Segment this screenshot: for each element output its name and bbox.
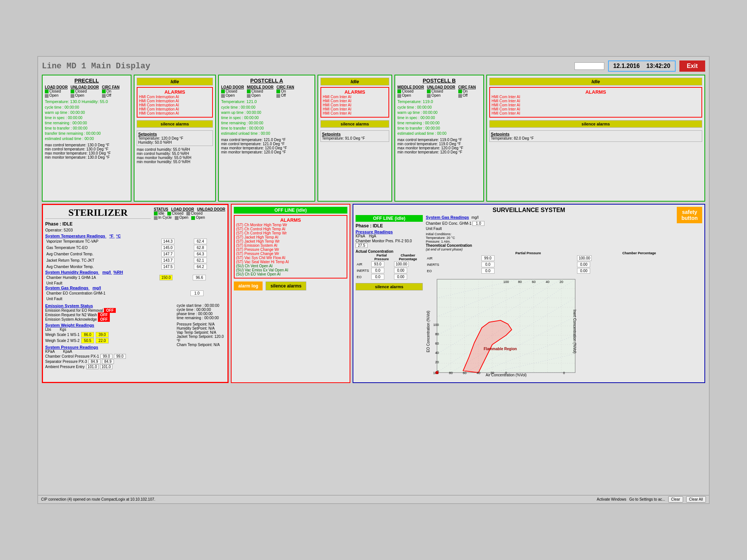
status-headers: STATUS LOAD DOOR UNLOAD DOOR xyxy=(154,207,225,211)
z-axis-label: Inert Concentration (%Vol) xyxy=(573,309,577,353)
weight-units: Lbs Kgs xyxy=(45,327,174,332)
exit-button[interactable]: Exit xyxy=(679,60,705,72)
th-eo-cp: 0.00 xyxy=(577,268,590,274)
pb-time-remaining: time remaining : 00:00:00 xyxy=(397,121,481,126)
precell-alarm-panel: Idle ALARMS HMI Com Interruption AI HMI … xyxy=(134,75,216,202)
alarm-log-button[interactable]: alarm log xyxy=(234,281,263,290)
pa-setpoint-temp: Temperature: 91.0 Deg °F xyxy=(322,136,388,140)
pb-time-to-transfer: time to transfer : 00:00:00 xyxy=(397,126,481,131)
precell-max-ctrl-hum: max control humidity: 55.0 %RH xyxy=(137,147,213,152)
surv-chamber-pres: Chamber Monitor Pres. PX-2 93.0 27.5 xyxy=(356,239,423,248)
pb-fan-off: Off xyxy=(458,93,476,97)
pressure-v1-2: 84.9 xyxy=(89,359,100,364)
go-settings: Go to Settings to ac... xyxy=(629,497,665,501)
precell-idle-badge: Idle xyxy=(137,78,213,85)
theoretical-section: Initial Conditions: Temperature: 20 °C P… xyxy=(426,232,702,274)
ac-row-air: AIR 93.0 100.00 xyxy=(356,261,423,267)
precell-time-in-spec: time in spec : 00:00:00 xyxy=(45,115,128,121)
temp-row-2: Gas Temperature TC-EO 145.0 62.8 xyxy=(45,245,225,251)
surv-silence-btn[interactable]: silence alarms xyxy=(356,283,423,290)
temp-label-5: Avg Chamber Monitor Temp. xyxy=(45,264,160,270)
humidity-table: Chamber Humidity 1 GHM-1A 150.0 96.6 Uni… xyxy=(45,274,225,286)
pa-min-mon-temp: min monitor temperature: 120.0 Deg °F xyxy=(221,150,312,154)
postcell-a-panel: POSTCELL A LOAD DOOR Closed Open MIDDLE … xyxy=(218,75,315,202)
sys-gas-readings-label: System Gas Readings mg/l xyxy=(426,215,478,220)
precell-unload-time: estimated unload time : 00:00 xyxy=(45,136,128,141)
title-bar: Line MD 1 Main Display 12.1.2016 13:42:2… xyxy=(42,60,705,72)
precell-silence-btn[interactable]: silence alarms xyxy=(137,120,213,128)
offline-silence-btn[interactable]: silence alarms xyxy=(266,281,306,290)
clear-all-button[interactable]: Clear All xyxy=(686,496,706,503)
title-input[interactable] xyxy=(574,62,604,70)
emission-status-3: OFF xyxy=(98,317,110,322)
clear-button[interactable]: Clear xyxy=(668,496,683,503)
surv-eo-value: 1.0 xyxy=(472,221,484,226)
temp-f-3: 147.7 xyxy=(161,251,174,257)
offline-alarm-8: (ST) Pressure Change Wr xyxy=(236,252,345,256)
precell-doors: LOAD DOOR Closed Open UNLOAD DOOR Closed… xyxy=(45,85,128,98)
postcell-b-silence-btn[interactable]: silence alarms xyxy=(489,120,702,128)
chamber-control-temp-label: Chamber Control Pressure PX-1 xyxy=(45,354,99,358)
weight-row-1: Weigh Scale 1 WS-1 86.0 39.0 xyxy=(45,332,174,337)
hum-row-1: Chamber Humidity 1 GHM-1A 150.0 96.6 xyxy=(45,274,225,281)
pres-cond: Pressure: 1 Atm. xyxy=(426,240,702,243)
postcell-b-doors: MIDDLE DOOR Closed Open UNLOAD DOOR Clos… xyxy=(397,85,481,98)
pb-mid-closed: Closed xyxy=(397,89,424,93)
pa-load-label: LOAD DOOR xyxy=(221,85,244,89)
postcell-a-temp: Temperature: 121.0 xyxy=(221,99,312,104)
status-row1: Idle Closed Closed xyxy=(154,211,225,215)
offline-alarm-7: (ST) Pressure Change Wr xyxy=(236,248,345,252)
emission-row-3: Emission System Acknowledge OFF xyxy=(45,317,174,321)
svg-text:100: 100 xyxy=(433,323,439,327)
temp-c-2: 62.8 xyxy=(194,245,207,251)
circ-fan-label: CIRC FAN xyxy=(102,85,120,89)
precell-time-remaining: time remaining : 00:00:00 xyxy=(45,121,128,126)
emission-left: Emission System Status Emission Request … xyxy=(45,304,174,370)
svg-text:60: 60 xyxy=(463,371,467,375)
sys-gas-header: System Gas Readings mg/l xyxy=(45,286,225,290)
unit-fault-row: Unit Fault xyxy=(426,227,702,231)
weight-kgs-1: 39.0 xyxy=(96,332,109,337)
precell-warm-up: warm up time : 00:00:00 xyxy=(45,110,128,115)
emission-section: Emission System Status Emission Request … xyxy=(45,304,225,370)
pressure-units: KPaA KpaA xyxy=(45,349,174,354)
temp-f-4: 143.7 xyxy=(161,258,174,263)
precell-min-mon-temp: min monitor temperature: 130.0 Deg °F xyxy=(45,155,128,159)
pa-fan-off: Off xyxy=(276,93,294,97)
activate-text: Activate Windows xyxy=(597,497,626,501)
temp-label-1: Vaporizer Temperature TC-VAP xyxy=(45,238,160,245)
gas-readings-header: System Gas Readings mg/l xyxy=(426,215,702,220)
postcell-a-silence-btn[interactable]: silence alarms xyxy=(320,120,389,128)
pb-alarm-3: HMI Com Inter AI xyxy=(492,103,700,107)
postcell-b-alarm-title: ALARMS xyxy=(492,89,700,95)
temp-readings-table: Vaporizer Temperature TC-VAP 144.3 62.4 … xyxy=(45,238,225,270)
weight-title: System Weight Readings xyxy=(45,323,174,327)
th-eo: EO 0.0 0.00 xyxy=(426,268,702,274)
precell-alarm-2: HMI Com Interruption AI xyxy=(139,99,211,103)
postcell-b-temp: Temperature: 119.0 xyxy=(397,99,481,104)
surv-offline-badge: OFF LINE (idle) xyxy=(356,215,423,222)
pa-middle-col: MIDDLE DOOR Closed Open xyxy=(247,85,273,98)
ac-air-pp: 93.0 xyxy=(371,261,384,267)
postcell-b-alarm-panel: Idle ALARMS HMI Com Inter AI HMI Com Int… xyxy=(486,75,705,202)
offline-alarm-13: (SU) Ch EO Valve Open AI xyxy=(236,272,345,276)
pa-alarm-2: HMI Com Inter AI xyxy=(323,99,387,103)
surveillance-left: OFF LINE (idle) Phase : IDLE Pressure Re… xyxy=(356,215,423,381)
precell-panel: PRECELL LOAD DOOR Closed Open UNLOAD DOO… xyxy=(42,75,131,202)
ac-header: Partial Pressure Chamber Percentage xyxy=(356,253,423,261)
pa-load-open: Open xyxy=(221,93,244,97)
svg-text:80: 80 xyxy=(449,371,453,375)
actual-conc-table: Partial Pressure Chamber Percentage AIR … xyxy=(356,253,423,280)
precell-temp: Temperature: 130.0 Humidity: 55.0 xyxy=(45,99,128,104)
load-open: Open xyxy=(45,93,68,97)
precell-min-ctrl-hum: min control humidity: 55.0 %RH xyxy=(137,152,213,156)
temp-row-1: Vaporizer Temperature TC-VAP 144.3 62.4 xyxy=(45,238,225,245)
svg-text:20: 20 xyxy=(490,371,494,375)
svg-text:60: 60 xyxy=(532,280,536,284)
main-frame: Line MD 1 Main Display 12.1.2016 13:42:2… xyxy=(37,56,710,504)
svg-text:20: 20 xyxy=(560,280,563,284)
hum-row-2: Unit Fault xyxy=(45,281,225,286)
ac-air-cp: 100.00 xyxy=(394,261,409,267)
temp-f-5: 147.5 xyxy=(161,264,174,270)
pa-alarm-4: HMI Com Inter AI xyxy=(323,107,387,111)
